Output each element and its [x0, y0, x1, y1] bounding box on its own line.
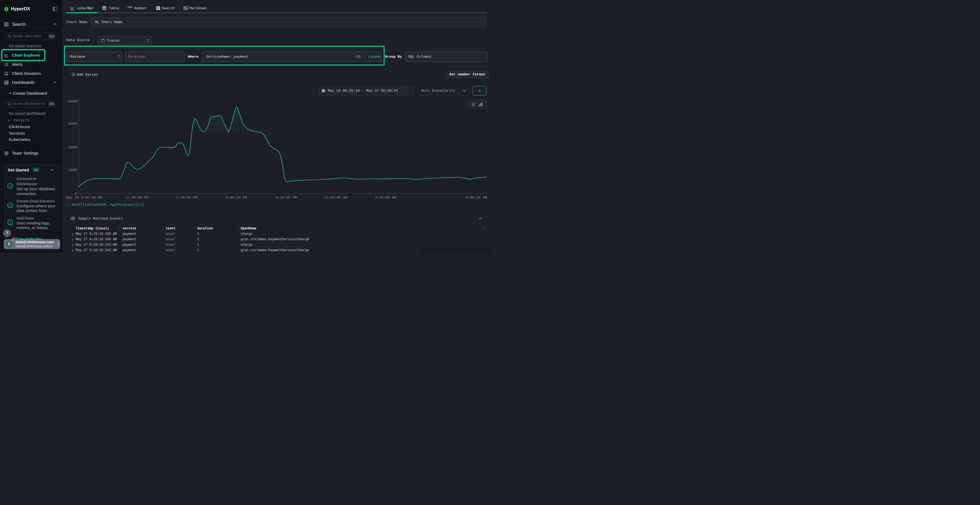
svg-text:9:30:00 PM: 9:30:00 PM — [275, 195, 297, 200]
svg-text:9:00:00 AM: 9:00:00 AM — [466, 195, 487, 200]
svg-text:3:30:00 PM: 3:30:00 PM — [176, 195, 197, 200]
svg-text:300M: 300M — [68, 146, 77, 150]
svg-text:600M: 600M — [68, 100, 77, 104]
svg-text:12:30:00 PM: 12:30:00 PM — [125, 195, 148, 200]
svg-text:6:30:00 PM: 6:30:00 PM — [226, 195, 247, 200]
svg-text:150M: 150M — [68, 168, 77, 172]
svg-text:— maxIf(toFloat64O..ng(Duratio: — maxIf(toFloat64O..ng(Duration))))) — [67, 203, 144, 207]
svg-text:3:30:00 AM: 3:30:00 AM — [375, 195, 396, 200]
svg-text:450M: 450M — [68, 122, 77, 126]
svg-text:12:30:00 AM: 12:30:00 AM — [324, 195, 347, 200]
svg-text:May 26 9:00:00 AM: May 26 9:00:00 AM — [66, 195, 102, 200]
